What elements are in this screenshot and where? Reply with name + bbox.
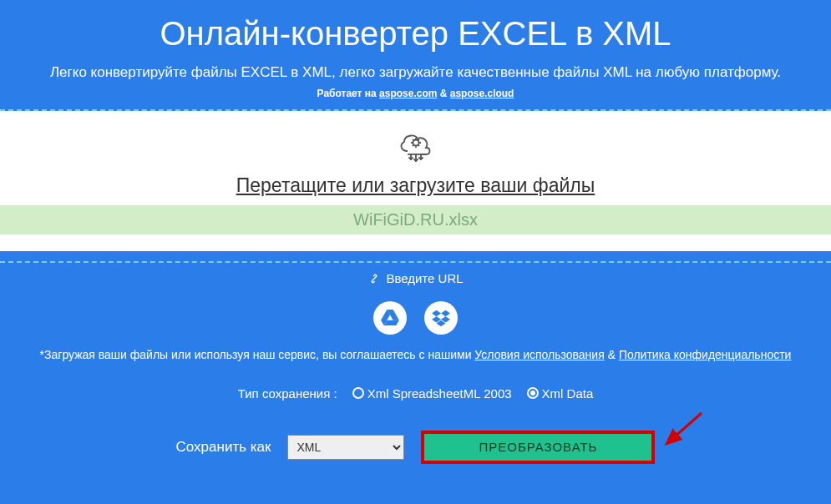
page-subtitle: Легко конвертируйте файлы EXCEL в XML, л… [0, 64, 831, 81]
powered-prefix: Работает на [317, 88, 380, 99]
legal-notice: *Загружая ваши файлы или используя наш с… [0, 348, 831, 361]
enter-url-link[interactable]: Введите URL [367, 271, 463, 285]
page-title: Онлайн-конвертер EXCEL в XML [0, 0, 831, 53]
save-type-label: Тип сохранения : [238, 386, 337, 401]
uploaded-file-row[interactable]: WiFiGiD.RU.xlsx [0, 205, 831, 234]
legal-amp: & [608, 348, 619, 361]
dropbox-icon [432, 310, 450, 326]
powered-amp: & [440, 88, 450, 99]
save-as-label: Сохранить как [176, 439, 271, 456]
separator-bottom [0, 261, 831, 263]
convert-button[interactable]: ПРЕОБРАЗОВАТЬ [421, 431, 655, 464]
radio-icon-checked [527, 387, 539, 399]
link-icon [367, 272, 381, 285]
dropzone-footer-strip [0, 234, 831, 251]
radio-xmldata-label: Xml Data [542, 386, 594, 401]
privacy-link[interactable]: Политика конфиденциальности [619, 348, 792, 361]
format-select[interactable]: XML [287, 435, 404, 460]
radio-spreadsheetml[interactable]: Xml SpreadsheetML 2003 [352, 386, 512, 401]
cloud-upload-icon [396, 129, 436, 166]
svg-point-0 [413, 140, 418, 146]
dropzone-prompt: Перетащите или загрузите ваши файлы [0, 174, 831, 205]
radio-xmldata[interactable]: Xml Data [527, 386, 594, 401]
legal-prefix: *Загружая ваши файлы или используя наш с… [40, 348, 475, 361]
enter-url-label: Введите URL [386, 271, 463, 285]
radio-icon-unchecked [352, 387, 364, 399]
file-dropzone[interactable]: Перетащите или загрузите ваши файлы [0, 111, 831, 205]
dropbox-button[interactable] [424, 301, 458, 335]
radio-spreadsheetml-label: Xml SpreadsheetML 2003 [367, 386, 512, 401]
aspose-com-link[interactable]: aspose.com [379, 88, 437, 99]
powered-by: Работает на aspose.com & aspose.cloud [0, 88, 831, 99]
google-drive-icon [381, 310, 399, 326]
aspose-cloud-link[interactable]: aspose.cloud [450, 88, 514, 99]
terms-link[interactable]: Условия использования [474, 348, 604, 361]
google-drive-button[interactable] [373, 301, 407, 335]
